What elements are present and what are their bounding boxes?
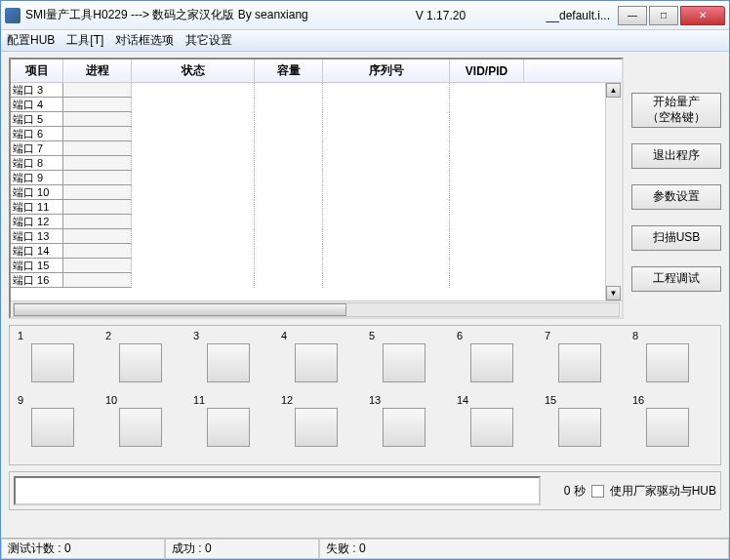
port-number-label: 7 <box>545 330 550 341</box>
port-number-label: 3 <box>193 330 199 341</box>
port-button[interactable] <box>295 343 338 382</box>
minimize-button[interactable]: — <box>618 6 647 25</box>
th-process[interactable]: 进程 <box>63 60 132 82</box>
port-button[interactable] <box>470 343 513 382</box>
window-controls: — □ ✕ <box>618 6 725 25</box>
menu-config-hub[interactable]: 配置HUB <box>7 32 55 49</box>
cell-port-label: 端口 4 <box>11 98 63 112</box>
debug-button[interactable]: 工程调试 <box>631 266 721 292</box>
table-row[interactable]: 端口 16 <box>11 273 622 288</box>
title-text: SMI量产工具H0229 ---> 数码之家汉化版 By seanxiang <box>25 7 308 23</box>
port-button[interactable] <box>31 343 74 382</box>
vertical-scrollbar[interactable]: ▲ ▼ <box>605 83 622 300</box>
port-button[interactable] <box>295 408 338 447</box>
cell-port-label: 端口 6 <box>11 127 63 141</box>
table-body[interactable]: 端口 3端口 4端口 5端口 6端口 7端口 8端口 9端口 10端口 11端口… <box>11 83 622 300</box>
menubar: 配置HUB 工具[T] 对话框选项 其它设置 <box>1 30 729 52</box>
port-cell: 1 <box>14 332 101 396</box>
settings-button[interactable]: 参数设置 <box>631 184 721 210</box>
menu-tools[interactable]: 工具[T] <box>66 32 103 49</box>
table-row[interactable]: 端口 11 <box>11 200 622 215</box>
port-button[interactable] <box>383 408 426 447</box>
port-number-label: 6 <box>457 330 463 341</box>
close-button[interactable]: ✕ <box>680 6 725 25</box>
th-vidpid[interactable]: VID/PID <box>450 60 524 82</box>
port-button[interactable] <box>119 408 162 447</box>
config-file-text: __default.i... <box>547 9 610 22</box>
maximize-button[interactable]: □ <box>649 6 678 25</box>
hscroll-thumb[interactable] <box>14 303 346 316</box>
port-button[interactable] <box>383 343 426 382</box>
table-row[interactable]: 端口 10 <box>11 185 622 200</box>
port-button[interactable] <box>558 343 601 382</box>
scroll-down-icon[interactable]: ▼ <box>606 286 621 300</box>
table-row[interactable]: 端口 5 <box>11 112 622 127</box>
port-cell: 11 <box>189 396 277 460</box>
th-capacity[interactable]: 容量 <box>255 60 323 82</box>
table-row[interactable]: 端口 3 <box>11 83 622 98</box>
menu-dialog-options[interactable]: 对话框选项 <box>115 32 174 49</box>
bottom-strip: 0 秒 使用厂家驱动与HUB <box>9 471 721 510</box>
table-row[interactable]: 端口 15 <box>11 259 622 273</box>
horizontal-scrollbar[interactable] <box>11 300 622 317</box>
app-window: SMI量产工具H0229 ---> 数码之家汉化版 By seanxiang V… <box>0 0 730 560</box>
use-vendor-driver-checkbox[interactable] <box>591 485 604 498</box>
port-button[interactable] <box>207 343 250 382</box>
table-row[interactable]: 端口 14 <box>11 244 622 259</box>
table-row[interactable]: 端口 8 <box>11 156 622 171</box>
port-number-label: 14 <box>457 394 468 406</box>
port-cell: 3 <box>189 332 277 396</box>
cell-port-label: 端口 11 <box>11 200 63 215</box>
ports-table: 项目 进程 状态 容量 序列号 VID/PID 端口 3端口 4端口 5端口 6… <box>9 58 624 319</box>
status-fail-count: 失败 : 0 <box>319 539 729 559</box>
th-status[interactable]: 状态 <box>132 60 255 82</box>
table-row[interactable]: 端口 9 <box>11 171 622 185</box>
table-header: 项目 进程 状态 容量 序列号 VID/PID <box>11 60 622 83</box>
port-button[interactable] <box>207 408 250 447</box>
port-cell: 12 <box>277 396 365 460</box>
cell-port-label: 端口 5 <box>11 112 63 127</box>
menu-other-settings[interactable]: 其它设置 <box>185 32 232 49</box>
port-grid: 12345678910111213141516 <box>9 325 721 465</box>
start-production-button[interactable]: 开始量产 （空格键） <box>631 93 721 128</box>
port-number-label: 16 <box>632 394 644 406</box>
port-button[interactable] <box>470 408 513 447</box>
table-row[interactable]: 端口 13 <box>11 229 622 244</box>
th-item[interactable]: 项目 <box>11 60 63 82</box>
port-number-label: 1 <box>18 330 23 341</box>
table-row[interactable]: 端口 12 <box>11 215 622 229</box>
progress-field[interactable] <box>14 476 541 505</box>
port-number-label: 15 <box>545 394 556 406</box>
port-button[interactable] <box>646 408 689 447</box>
scroll-up-icon[interactable]: ▲ <box>606 83 621 98</box>
port-number-label: 5 <box>369 330 375 341</box>
port-cell: 9 <box>14 396 101 460</box>
cell-port-label: 端口 8 <box>11 156 63 171</box>
table-row[interactable]: 端口 6 <box>11 127 622 141</box>
th-serial[interactable]: 序列号 <box>323 60 450 82</box>
port-number-label: 13 <box>369 394 381 406</box>
cell-port-label: 端口 14 <box>11 244 63 259</box>
port-number-label: 2 <box>105 330 111 341</box>
version-text: V 1.17.20 <box>416 9 466 22</box>
port-button[interactable] <box>119 343 162 382</box>
table-row[interactable]: 端口 4 <box>11 98 622 112</box>
port-cell: 2 <box>101 332 189 396</box>
port-cell: 15 <box>541 396 629 460</box>
seconds-label: 0 秒 <box>547 483 586 500</box>
exit-button[interactable]: 退出程序 <box>631 143 721 169</box>
content-area: 项目 进程 状态 容量 序列号 VID/PID 端口 3端口 4端口 5端口 6… <box>1 52 729 538</box>
port-cell: 7 <box>541 332 629 396</box>
port-number-label: 10 <box>105 394 117 406</box>
use-vendor-driver-label: 使用厂家驱动与HUB <box>610 483 716 500</box>
port-button[interactable] <box>646 343 689 382</box>
table-row[interactable]: 端口 7 <box>11 141 622 156</box>
port-number-label: 4 <box>281 330 287 341</box>
port-cell: 4 <box>277 332 365 396</box>
cell-port-label: 端口 15 <box>11 259 63 273</box>
port-button[interactable] <box>558 408 601 447</box>
port-button[interactable] <box>31 408 74 447</box>
port-cell: 13 <box>365 396 453 460</box>
cell-port-label: 端口 7 <box>11 141 63 156</box>
scan-usb-button[interactable]: 扫描USB <box>631 225 721 251</box>
